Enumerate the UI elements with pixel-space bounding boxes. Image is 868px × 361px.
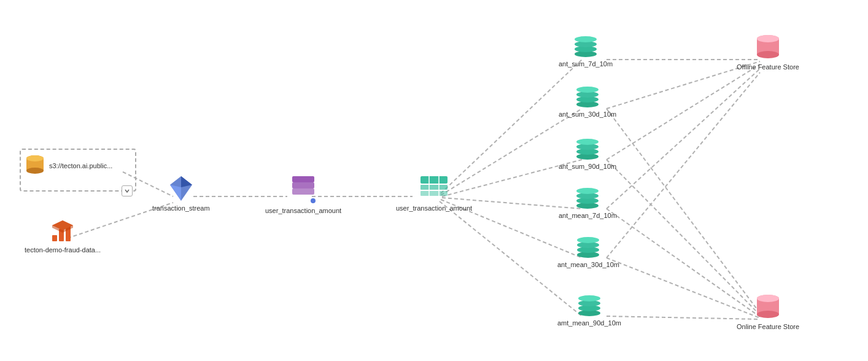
amt-mean-90d-label: amt_mean_90d_10m xyxy=(557,319,621,327)
svg-point-22 xyxy=(26,168,44,174)
online-store-icon xyxy=(756,293,780,320)
svg-point-55 xyxy=(576,188,599,194)
feature-node-icon-1 xyxy=(573,36,598,58)
offline-store-label: Offline Feature Store xyxy=(737,63,799,71)
dataset-icon xyxy=(419,175,449,202)
redshift-node: tecton-demo-fraud-data... xyxy=(25,218,101,254)
svg-point-63 xyxy=(578,295,600,301)
svg-rect-35 xyxy=(420,176,448,184)
user-transaction-fv-label: user_transaction_amount xyxy=(265,207,341,214)
svg-line-13 xyxy=(606,69,760,209)
redshift-label: tecton-demo-fraud-data... xyxy=(25,246,101,254)
s3-group-box: s3://tecton.ai.public... xyxy=(20,149,136,192)
ant-mean-30d-node: ant_mean_30d_10m xyxy=(557,236,619,268)
svg-rect-37 xyxy=(420,191,448,196)
feature-node-icon-5 xyxy=(576,236,600,258)
offline-store-node: Offline Feature Store xyxy=(737,34,799,71)
svg-point-67 xyxy=(757,35,779,42)
feature-node-icon-2 xyxy=(575,86,600,108)
online-store-label: Online Feature Store xyxy=(737,323,799,330)
svg-rect-32 xyxy=(292,188,314,195)
ant-sum-30d-label: ant_sum_30d_10m xyxy=(559,111,616,118)
feature-node-icon-3 xyxy=(575,138,600,160)
svg-point-71 xyxy=(757,295,779,302)
svg-line-14 xyxy=(606,72,760,258)
svg-rect-36 xyxy=(420,185,448,190)
svg-point-51 xyxy=(576,139,599,145)
online-store-node: Online Feature Store xyxy=(737,293,799,330)
feature-node-icon-6 xyxy=(577,295,602,317)
svg-point-23 xyxy=(26,155,44,161)
svg-point-59 xyxy=(577,237,599,243)
ant-sum-7d-node: ant_sum_7d_10m xyxy=(559,36,613,68)
ant-sum-7d-label: ant_sum_7d_10m xyxy=(559,60,613,68)
svg-point-47 xyxy=(576,87,599,93)
feature-node-icon-4 xyxy=(575,187,600,209)
user-transaction-ds-label: user_transaction_amount xyxy=(396,204,472,212)
svg-line-4 xyxy=(441,60,582,193)
svg-point-66 xyxy=(757,51,779,58)
svg-rect-24 xyxy=(52,235,57,241)
stream-icon xyxy=(169,175,193,202)
ant-sum-30d-node: ant_sum_30d_10m xyxy=(559,86,616,118)
ant-mean-7d-node: ant_mean_7d_10m xyxy=(559,187,617,219)
svg-line-12 xyxy=(606,64,760,160)
ant-sum-90d-label: ant_sum_90d_10m xyxy=(559,163,616,170)
redshift-icon xyxy=(50,218,76,244)
transaction-stream-label: transaction_stream xyxy=(152,204,210,212)
svg-rect-33 xyxy=(292,182,314,188)
svg-rect-34 xyxy=(292,176,314,182)
s3-label: s3://tecton.ai.public... xyxy=(49,162,112,169)
svg-line-16 xyxy=(606,160,760,315)
ant-mean-7d-label: ant_mean_7d_10m xyxy=(559,212,617,219)
chevron-down-icon xyxy=(124,188,130,194)
offline-store-icon xyxy=(756,34,780,61)
svg-marker-31 xyxy=(170,185,181,201)
amt-mean-90d-node: amt_mean_90d_10m xyxy=(557,295,621,327)
user-transaction-ds-node: user_transaction_amount xyxy=(396,175,472,212)
svg-line-15 xyxy=(606,109,760,313)
pipeline-canvas: s3://tecton.ai.public... tecton-demo-fra… xyxy=(0,0,868,361)
s3-chevron-button[interactable] xyxy=(122,185,133,196)
s3-icon xyxy=(26,155,44,177)
ant-mean-30d-label: ant_mean_30d_10m xyxy=(557,261,619,268)
ant-sum-90d-node: ant_sum_90d_10m xyxy=(559,138,616,170)
transaction-stream-node: transaction_stream xyxy=(152,175,210,212)
svg-point-70 xyxy=(757,311,779,318)
svg-point-43 xyxy=(575,36,597,42)
user-transaction-fv-node: user_transaction_amount xyxy=(265,175,341,214)
